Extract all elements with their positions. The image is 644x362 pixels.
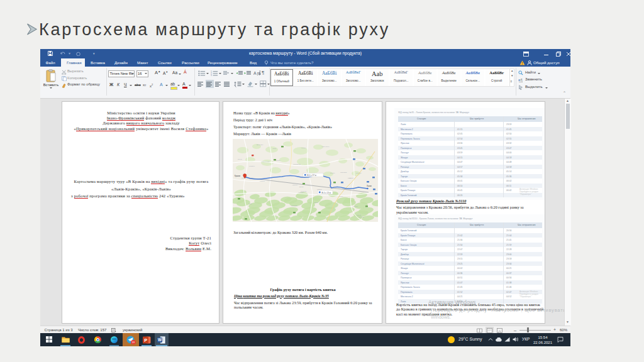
svg-text:P: P	[144, 337, 147, 343]
svg-text:Дрогобич: Дрогобич	[257, 144, 264, 146]
svg-text:Тарнув: Тарнув	[292, 184, 298, 186]
svg-text:Жовква: Жовква	[298, 192, 304, 194]
svg-text:Краков: Краков	[235, 175, 241, 177]
svg-text:Самбір: Самбір	[317, 189, 323, 190]
svg-text:Мостиська: Мостиська	[293, 163, 301, 165]
svg-text:Сколе: Сколе	[276, 160, 280, 162]
svg-text:Ясло: Ясло	[248, 203, 252, 205]
svg-text:Болехів: Болехів	[358, 216, 364, 218]
svg-text:Мелец: Мелец	[301, 147, 306, 149]
svg-text:А: А	[253, 71, 257, 75]
svg-text:В 4 ч 13 м: В 4 ч 13 м	[322, 192, 331, 194]
svg-text:Хирів: Хирів	[272, 148, 277, 150]
svg-text:Кросно: Кросно	[260, 180, 265, 182]
svg-text:Лісько: Лісько	[238, 158, 243, 160]
svg-text:Кольбушова: Кольбушова	[261, 161, 270, 163]
svg-text:Сянок: Сянок	[353, 206, 358, 207]
svg-text:Новы-Сонч: Новы-Сонч	[321, 146, 330, 148]
svg-text:В 4 ч 37 м: В 4 ч 37 м	[308, 174, 316, 177]
svg-text:3: 3	[211, 74, 212, 77]
svg-text:Бібрка: Бібрка	[330, 172, 335, 174]
svg-text:Горлице: Горлице	[249, 165, 255, 167]
svg-text:Санок: Санок	[314, 202, 319, 204]
svg-text:W: W	[158, 337, 162, 342]
svg-text:Миколаїв: Миколаїв	[340, 172, 347, 173]
svg-text:Пільзно: Пільзно	[356, 172, 362, 174]
svg-text:Львов: Львов	[367, 185, 372, 187]
svg-text:Дукля: Дукля	[299, 186, 304, 188]
svg-text:Тухів: Тухів	[348, 177, 352, 179]
svg-text:Я: Я	[257, 72, 260, 76]
svg-text:Ярослав: Ярослав	[291, 205, 297, 207]
svg-text:б: б	[520, 78, 522, 82]
svg-text:Турка: Турка	[339, 195, 343, 197]
